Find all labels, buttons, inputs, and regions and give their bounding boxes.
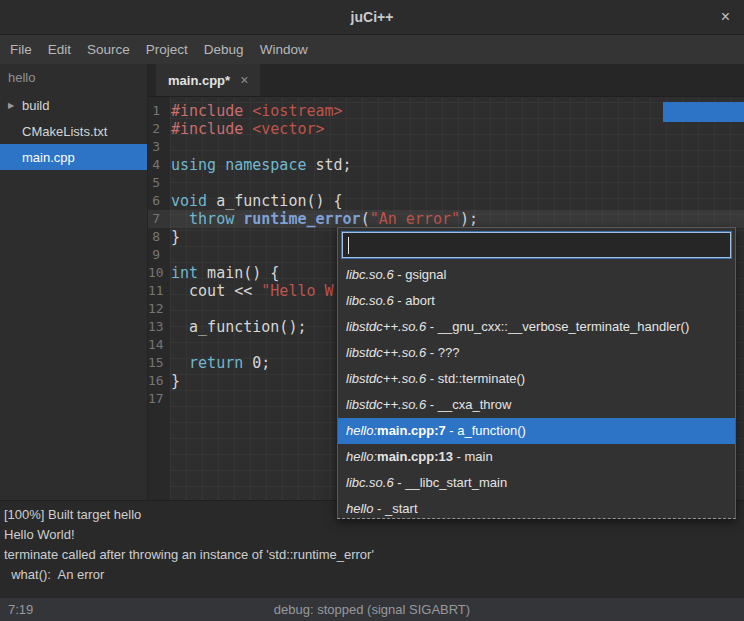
menu-item-window[interactable]: Window: [252, 42, 316, 57]
titlebar: juCi++ ×: [0, 0, 744, 35]
menu-item-debug[interactable]: Debug: [196, 42, 252, 57]
menubar: FileEditSourceProjectDebugWindow: [0, 35, 744, 64]
file-tree: hello ▶buildCMakeLists.txtmain.cpp: [0, 64, 148, 500]
line-number: 15: [148, 354, 165, 372]
line-number: 12: [148, 300, 165, 318]
menu-item-file[interactable]: File: [2, 42, 40, 57]
line-number: 1: [148, 102, 165, 120]
line-number: 16: [148, 372, 165, 390]
file-tree-items: ▶buildCMakeLists.txtmain.cpp: [0, 92, 147, 170]
backtrace-search-input[interactable]: [342, 232, 731, 258]
backtrace-item-5[interactable]: libstdc++.so.6 - __cxa_throw: [338, 392, 735, 418]
backtrace-item-7[interactable]: hello:main.cpp:13 - main: [338, 444, 735, 470]
line-number: 2: [148, 120, 165, 138]
line-number: 9: [148, 246, 165, 264]
code-text: using namespace std;: [165, 156, 352, 174]
code-text: return 0;: [165, 354, 270, 372]
tab-main-cpp[interactable]: main.cpp* ×: [156, 64, 260, 96]
code-text: [165, 246, 171, 264]
debug-status: debug: stopped (signal SIGABRT): [0, 602, 744, 617]
tab-label: main.cpp*: [168, 73, 230, 88]
line-number: 3: [148, 138, 165, 156]
project-root[interactable]: hello: [0, 64, 147, 92]
tree-item-label: CMakeLists.txt: [22, 124, 107, 139]
backtrace-item-8[interactable]: libc.so.6 - __libc_start_main: [338, 470, 735, 496]
tree-item-build[interactable]: ▶build: [0, 92, 147, 118]
line-number: 4: [148, 156, 165, 174]
window-close-icon[interactable]: ×: [721, 8, 730, 26]
code-text: #include <vector>: [165, 120, 325, 138]
terminal-line-1: Hello World!: [4, 525, 740, 545]
code-text: a_function();: [165, 318, 306, 336]
menu-item-source[interactable]: Source: [79, 42, 138, 57]
code-text: [165, 300, 171, 318]
line-number: 5: [148, 174, 165, 192]
backtrace-item-9[interactable]: hello - _start: [338, 496, 735, 519]
backtrace-item-2[interactable]: libstdc++.so.6 - __gnu_cxx::__verbose_te…: [338, 314, 735, 340]
code-text: #include <iostream>: [165, 102, 343, 120]
code-text: void a_function() {: [165, 192, 343, 210]
menu-item-edit[interactable]: Edit: [40, 42, 79, 57]
line-number: 7: [148, 210, 165, 228]
code-text: cout << "Hello W: [165, 282, 334, 300]
tree-item-label: main.cpp: [22, 150, 75, 165]
code-line-1: 1#include <iostream>: [148, 102, 744, 120]
scrollbar-thumb[interactable]: [663, 102, 744, 122]
terminal-line-3: what(): An error: [4, 565, 740, 585]
code-text: [165, 336, 171, 354]
tab-bar: main.cpp* ×: [148, 64, 744, 97]
code-text: [165, 174, 171, 192]
line-number: 6: [148, 192, 165, 210]
terminal-line-2: terminate called after throwing an insta…: [4, 545, 740, 565]
tree-item-label: build: [22, 98, 49, 113]
window-title: juCi++: [351, 9, 394, 25]
tree-item-main-cpp[interactable]: main.cpp: [0, 144, 147, 170]
code-text: }: [165, 372, 180, 390]
code-text: [165, 138, 171, 156]
menu-item-project[interactable]: Project: [138, 42, 196, 57]
line-number: 17: [148, 390, 165, 408]
code-line-5: 5: [148, 174, 744, 192]
line-number: 13: [148, 318, 165, 336]
backtrace-item-0[interactable]: libc.so.6 - gsignal: [338, 262, 735, 288]
backtrace-item-1[interactable]: libc.so.6 - abort: [338, 288, 735, 314]
line-number: 11: [148, 282, 165, 300]
expander-icon[interactable]: ▶: [8, 101, 22, 110]
code-line-6: 6void a_function() {: [148, 192, 744, 210]
backtrace-item-6[interactable]: hello:main.cpp:7 - a_function(): [338, 418, 735, 444]
line-number: 14: [148, 336, 165, 354]
code-line-3: 3: [148, 138, 744, 156]
tab-close-icon[interactable]: ×: [240, 72, 248, 88]
statusbar: 7:19 debug: stopped (signal SIGABRT): [0, 598, 744, 621]
code-text: [165, 390, 171, 408]
code-line-7: 7 throw runtime_error("An error");: [148, 210, 744, 228]
code-text: int main() {: [165, 264, 279, 282]
text-caret-icon: [348, 237, 349, 254]
code-line-2: 2#include <vector>: [148, 120, 744, 138]
line-number: 8: [148, 228, 165, 246]
code-line-4: 4using namespace std;: [148, 156, 744, 174]
backtrace-item-4[interactable]: libstdc++.so.6 - std::terminate(): [338, 366, 735, 392]
code-text: throw runtime_error("An error");: [165, 210, 478, 228]
line-number: 10: [148, 264, 165, 282]
backtrace-list: libc.so.6 - gsignallibc.so.6 - abortlibs…: [338, 262, 735, 519]
backtrace-item-3[interactable]: libstdc++.so.6 - ???: [338, 340, 735, 366]
backtrace-popup: libc.so.6 - gsignallibc.so.6 - abortlibs…: [337, 227, 736, 519]
tree-item-cmakelists-txt[interactable]: CMakeLists.txt: [0, 118, 147, 144]
code-text: }: [165, 228, 180, 246]
